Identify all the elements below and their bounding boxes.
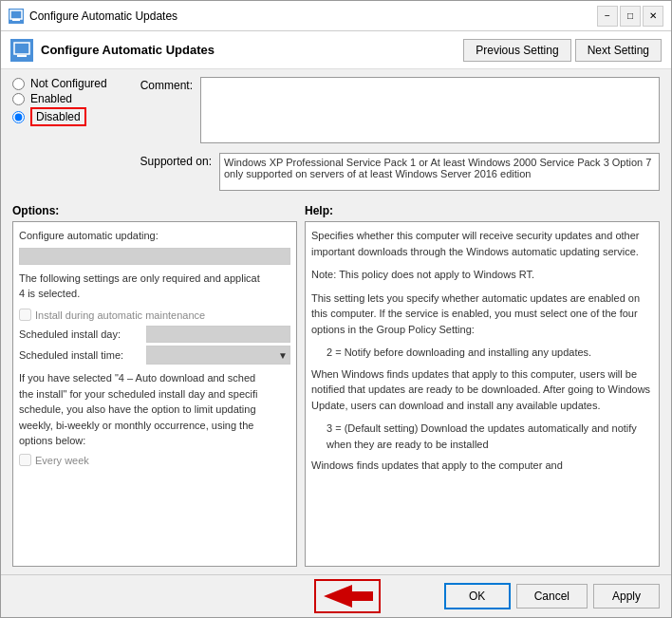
maximize-button[interactable]: □ — [620, 6, 641, 27]
sched-time-label: Scheduled install time: — [19, 347, 142, 364]
arrow-indicator — [314, 579, 381, 613]
comment-label: Comment: — [136, 79, 193, 143]
configure-updates-window: Configure Automatic Updates − □ ✕ Config… — [0, 0, 672, 618]
next-setting-button[interactable]: Next Setting — [575, 39, 662, 62]
radio-enabled[interactable] — [12, 93, 25, 105]
header-left: Configure Automatic Updates — [10, 39, 215, 62]
bottom-bar: OK Cancel Apply — [1, 574, 671, 617]
window-icon — [9, 9, 24, 24]
radio-disabled-label[interactable]: Disabled — [36, 110, 81, 123]
header-icon — [10, 39, 33, 62]
main-content: Not Configured Enabled Disabled Comment: — [1, 69, 671, 574]
svg-rect-2 — [14, 43, 29, 54]
radio-enabled-row: Enabled — [12, 92, 126, 105]
cancel-button[interactable]: Cancel — [516, 584, 588, 609]
options-panel: Options: Configure automatic updating: T… — [12, 204, 297, 567]
every-week-label: Every week — [35, 453, 89, 469]
title-bar: Configure Automatic Updates − □ ✕ — [1, 1, 671, 31]
sched-day-row: Scheduled install day: — [19, 326, 290, 343]
radio-enabled-label[interactable]: Enabled — [30, 92, 72, 105]
help-box[interactable]: Specifies whether this computer will rec… — [305, 221, 660, 567]
supported-box: Windows XP Professional Service Pack 1 o… — [219, 153, 660, 191]
help-para3: This setting lets you specify whether au… — [311, 290, 653, 338]
sched-day-input[interactable] — [146, 326, 290, 343]
configure-label: Configure automatic updating: — [19, 228, 290, 244]
apply-button[interactable]: Apply — [593, 584, 660, 609]
every-week-row: Every week — [19, 453, 290, 469]
every-week-checkbox[interactable] — [19, 454, 31, 466]
help-panel-label: Help: — [305, 204, 660, 217]
previous-setting-button[interactable]: Previous Setting — [463, 39, 570, 62]
options-body: The following settings are only required… — [19, 271, 290, 302]
header-buttons: Previous Setting Next Setting — [463, 39, 662, 62]
radio-disabled-row: Disabled — [12, 107, 126, 126]
title-bar-left: Configure Automatic Updates — [9, 9, 177, 24]
schedule-body: If you have selected "4 – Auto download … — [19, 370, 290, 449]
options-panel-label: Options: — [12, 204, 297, 217]
help-item2: 3 = (Default setting) Download the updat… — [327, 421, 653, 452]
help-item1: 2 = Notify before downloading and instal… — [327, 345, 653, 361]
two-panel-area: Options: Configure automatic updating: T… — [12, 204, 660, 567]
minimize-button[interactable]: − — [597, 6, 618, 27]
radio-not-configured-row: Not Configured — [12, 77, 126, 90]
install-checkbox[interactable] — [19, 309, 31, 321]
sched-time-row: Scheduled install time: ▼ — [19, 346, 290, 365]
svg-marker-5 — [324, 585, 373, 608]
supported-section: Supported on: Windows XP Professional Se… — [136, 153, 660, 191]
configure-dropdown[interactable] — [19, 248, 290, 265]
close-button[interactable]: ✕ — [643, 6, 663, 27]
sched-time-dropdown[interactable]: ▼ — [146, 346, 290, 365]
options-box[interactable]: Configure automatic updating: The follow… — [12, 221, 297, 567]
svg-rect-1 — [12, 19, 20, 21]
ok-button[interactable]: OK — [444, 583, 511, 609]
header-bar: Configure Automatic Updates Previous Set… — [1, 31, 671, 69]
svg-rect-0 — [10, 10, 22, 19]
supported-text: Windows XP Professional Service Pack 1 o… — [224, 157, 651, 179]
help-para1: Specifies whether this computer will rec… — [311, 228, 653, 259]
radio-disabled[interactable] — [12, 111, 25, 123]
header-title: Configure Automatic Updates — [41, 43, 215, 57]
help-para5: Windows finds updates that apply to the … — [311, 458, 653, 474]
sched-day-label: Scheduled install day: — [19, 327, 142, 343]
window-title: Configure Automatic Updates — [29, 9, 177, 23]
install-checkbox-label: Install during automatic maintenance — [35, 308, 205, 324]
supported-label: Supported on: — [136, 155, 212, 168]
install-checkbox-row: Install during automatic maintenance — [19, 308, 290, 324]
comment-textarea[interactable] — [200, 77, 660, 143]
radio-not-configured-label[interactable]: Not Configured — [30, 77, 107, 90]
comment-section: Comment: — [136, 77, 660, 143]
svg-rect-3 — [17, 55, 27, 57]
radio-section: Not Configured Enabled Disabled — [12, 77, 126, 193]
radio-disabled-highlighted: Disabled — [30, 107, 86, 126]
help-panel: Help: Specifies whether this computer wi… — [305, 204, 660, 567]
help-para2: Note: This policy does not apply to Wind… — [311, 267, 653, 283]
radio-not-configured[interactable] — [12, 78, 25, 90]
title-controls: − □ ✕ — [597, 6, 663, 27]
help-para4: When Windows finds updates that apply to… — [311, 366, 653, 414]
